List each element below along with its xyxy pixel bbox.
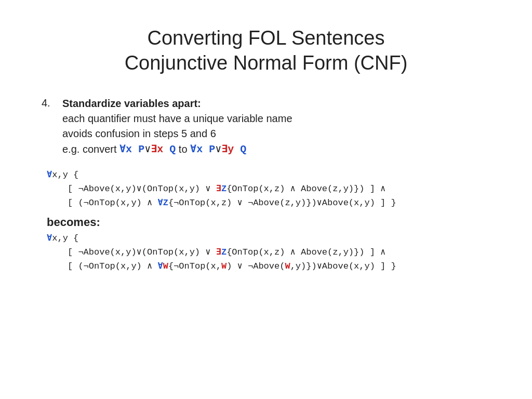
exists-symbol-2: ∃: [221, 141, 228, 157]
code-before-line2: [ ¬Above(x,y)∨(OnTop(x,y) ∨ ∃Z{OnTop(x,z…: [47, 182, 501, 196]
exists-y: y: [228, 141, 234, 157]
step-4-formula: e.g. convert ∀x P∨∃x Q to ∀x P∨∃y Q: [62, 141, 292, 157]
step-4-heading: Standardize variables apart:: [62, 96, 292, 111]
P-label: P: [138, 141, 144, 157]
step-4-content: Standardize variables apart: each quanti…: [62, 96, 292, 157]
or-2: ∨: [215, 141, 221, 157]
forall-x-2: x: [196, 141, 203, 157]
code-before-line3: [ (¬OnTop(x,y) ∧ ∀Z{¬OnTop(x,z) ∨ ¬Above…: [47, 196, 501, 210]
Q-label-1: Q: [169, 141, 176, 157]
code-after-line2: [ ¬Above(x,y)∨(OnTop(x,y) ∨ ∃Z{OnTop(x,z…: [47, 245, 501, 259]
code-after-block: ∀x,y { [ ¬Above(x,y)∨(OnTop(x,y) ∨ ∃Z{On…: [47, 231, 501, 274]
P-label-2: P: [209, 141, 215, 157]
eg-prefix: e.g. convert: [62, 141, 119, 157]
code-before-line1: ∀x,y {: [47, 168, 501, 182]
code-before-block: ∀x,y { [ ¬Above(x,y)∨(OnTop(x,y) ∨ ∃Z{On…: [47, 168, 501, 210]
or-1: ∨: [144, 141, 151, 157]
to-label: to: [176, 141, 190, 157]
exists-x-1: x: [157, 141, 163, 157]
step-4-line2: avoids confusion in steps 5 and 6: [62, 126, 292, 141]
forall-x-1: x: [126, 141, 132, 157]
Q-label-2: Q: [240, 141, 246, 157]
forall-symbol-2: ∀: [190, 141, 196, 157]
exists-symbol-1: ∃: [151, 141, 157, 157]
slide-title: Converting FOL Sentences Conjunctive Nor…: [31, 21, 501, 75]
code-after-line3: [ (¬OnTop(x,y) ∧ ∀W{¬OnTop(x,W) ∨ ¬Above…: [47, 259, 501, 273]
forall-symbol-1: ∀: [119, 141, 126, 157]
step-4-line1: each quantifier must have a unique varia…: [62, 111, 292, 126]
space4: [234, 141, 240, 157]
space3: [203, 141, 209, 157]
step-number-4: 4.: [42, 96, 57, 109]
title-line2: Conjunctive Normal Form (CNF): [125, 52, 408, 74]
step-4: 4. Standardize variables apart: each qua…: [42, 96, 501, 157]
becomes-label: becomes:: [47, 216, 501, 229]
space1: [132, 141, 138, 157]
code-after-line1: ∀x,y {: [47, 231, 501, 245]
title-line1: Converting FOL Sentences: [148, 27, 385, 49]
slide: Converting FOL Sentences Conjunctive Nor…: [0, 0, 532, 399]
content-area: 4. Standardize variables apart: each qua…: [31, 96, 501, 273]
space2: [163, 141, 169, 157]
